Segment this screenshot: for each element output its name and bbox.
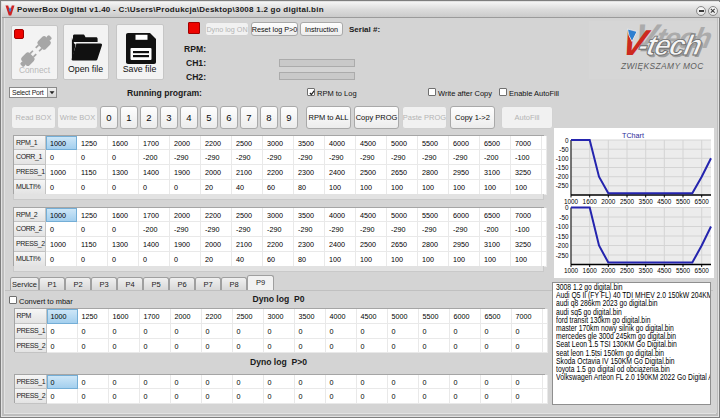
svg-text:-200: -200	[556, 173, 569, 180]
svg-text:0: 0	[565, 204, 569, 211]
svg-text:6500: 6500	[695, 267, 710, 274]
svg-text:2000: 2000	[601, 267, 616, 274]
svg-text:1000: 1000	[564, 267, 579, 274]
svg-text:5500: 5500	[676, 267, 691, 274]
svg-text:-150: -150	[556, 164, 569, 171]
svg-text:4500: 4500	[657, 198, 672, 205]
svg-text:3500: 3500	[639, 198, 654, 205]
svg-text:1600: 1600	[583, 267, 598, 274]
svg-text:1600: 1600	[583, 198, 598, 205]
svg-text:2500: 2500	[620, 267, 635, 274]
svg-text:-100: -100	[556, 223, 569, 230]
svg-text:5500: 5500	[676, 198, 691, 205]
svg-text:-150: -150	[556, 233, 569, 240]
svg-text:-250: -250	[556, 252, 569, 259]
svg-text:4500: 4500	[657, 267, 672, 274]
svg-text:-100: -100	[556, 155, 569, 162]
svg-text:0: 0	[565, 137, 569, 144]
svg-text:TChart: TChart	[622, 131, 644, 140]
svg-text:ZWIĘKSZAMY MOC: ZWIĘKSZAMY MOC	[620, 61, 704, 71]
svg-text:2000: 2000	[601, 198, 616, 205]
svg-text:-50: -50	[559, 146, 569, 153]
svg-text:-250: -250	[556, 182, 569, 189]
svg-text:6500: 6500	[695, 198, 710, 205]
svg-text:-tech: -tech	[636, 28, 705, 61]
svg-text:3500: 3500	[639, 267, 654, 274]
svg-text:-50: -50	[559, 214, 569, 221]
svg-text:-200: -200	[556, 242, 569, 249]
svg-text:2500: 2500	[620, 198, 635, 205]
